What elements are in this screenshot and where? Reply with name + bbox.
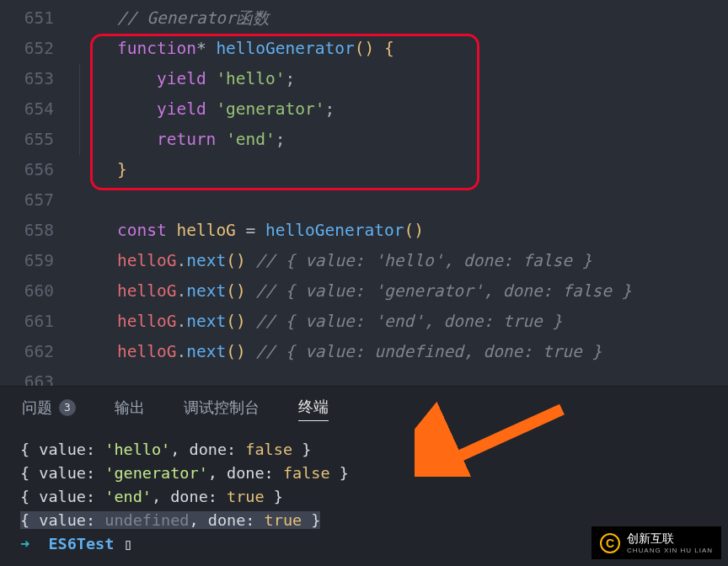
code-line[interactable]: 662 helloG.next() // { value: undefined,… <box>0 337 728 367</box>
line-number: 661 <box>0 307 78 337</box>
logo-text: 创新互联 <box>627 531 674 545</box>
code-content: const helloG = helloGenerator() <box>78 216 728 246</box>
line-number: 652 <box>0 34 78 64</box>
line-number: 660 <box>0 276 78 307</box>
code-line[interactable]: 663 <box>0 367 728 386</box>
code-content: // Generator函数 <box>78 3 728 34</box>
tab-terminal-label: 终端 <box>298 397 329 417</box>
code-editor[interactable]: 651 // Generator函数652 function* helloGen… <box>0 0 728 386</box>
code-content: helloG.next() // { value: 'hello', done:… <box>78 246 728 276</box>
line-number: 659 <box>0 246 78 276</box>
tab-debug-console[interactable]: 调试控制台 <box>184 398 260 421</box>
code-line[interactable]: 656 } <box>0 155 728 185</box>
tab-output[interactable]: 输出 <box>115 398 145 421</box>
code-line[interactable]: 651 // Generator函数 <box>0 3 728 34</box>
logo-icon: C <box>600 533 620 553</box>
code-line[interactable]: 658 const helloG = helloGenerator() <box>0 216 728 246</box>
tab-output-label: 输出 <box>115 398 145 418</box>
line-number: 663 <box>0 367 78 386</box>
code-content: } <box>78 155 728 185</box>
tab-debug-label: 调试控制台 <box>184 398 260 418</box>
line-number: 651 <box>0 3 78 34</box>
code-line[interactable]: 657 <box>0 185 728 216</box>
watermark-logo: C 创新互联 CHUANG XIN HU LIAN <box>592 526 721 559</box>
terminal-line: { value: 'hello', done: false } <box>20 438 708 462</box>
line-number: 657 <box>0 185 78 216</box>
code-content: function* helloGenerator() { <box>78 34 728 64</box>
code-content <box>78 367 728 386</box>
code-line[interactable]: 661 helloG.next() // { value: 'end', don… <box>0 307 728 337</box>
line-number: 662 <box>0 337 78 367</box>
code-line[interactable]: 653 yield 'hello'; <box>0 64 728 94</box>
code-line[interactable]: 660 helloG.next() // { value: 'generator… <box>0 276 728 307</box>
code-line[interactable]: 659 helloG.next() // { value: 'hello', d… <box>0 246 728 276</box>
logo-subtext: CHUANG XIN HU LIAN <box>627 547 713 554</box>
line-number: 655 <box>0 125 78 155</box>
code-content: return 'end'; <box>78 125 728 155</box>
code-content <box>78 185 728 216</box>
terminal-line: { value: 'generator', done: false } <box>20 462 708 485</box>
code-content: helloG.next() // { value: undefined, don… <box>78 337 728 367</box>
panel-tabs: 问题 3 输出 调试控制台 终端 <box>0 387 728 428</box>
line-number: 653 <box>0 64 78 94</box>
code-content: yield 'hello'; <box>78 64 728 94</box>
line-number: 654 <box>0 94 78 125</box>
code-content: helloG.next() // { value: 'end', done: t… <box>78 307 728 337</box>
line-number: 658 <box>0 216 78 246</box>
line-number: 656 <box>0 155 78 185</box>
tab-problems-label: 问题 <box>22 398 52 418</box>
terminal-line: { value: 'end', done: true } <box>20 485 708 509</box>
code-content: helloG.next() // { value: 'generator', d… <box>78 276 728 307</box>
code-content: yield 'generator'; <box>78 94 728 125</box>
code-line[interactable]: 655 return 'end'; <box>0 125 728 155</box>
code-line[interactable]: 652 function* helloGenerator() { <box>0 34 728 64</box>
problems-count-badge: 3 <box>59 399 76 416</box>
tab-problems[interactable]: 问题 3 <box>22 398 76 421</box>
code-line[interactable]: 654 yield 'generator'; <box>0 94 728 125</box>
tab-terminal[interactable]: 终端 <box>298 397 329 421</box>
